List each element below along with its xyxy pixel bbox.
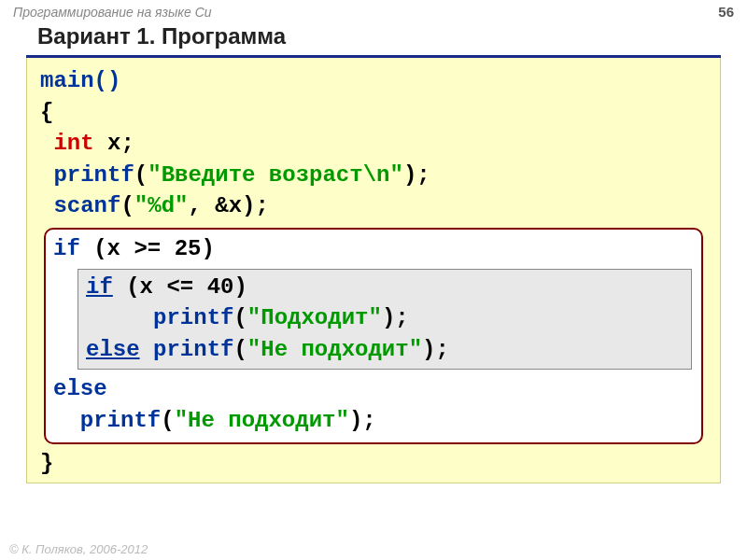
string: "Не подходит" — [247, 337, 422, 362]
code-block: main() { int x; printf("Введите возраст\… — [26, 58, 721, 483]
kw-main: main() — [40, 68, 120, 93]
string: "Подходит" — [247, 305, 382, 330]
code-line: printf("Введите возраст\n"); — [40, 160, 707, 191]
string: "%d" — [134, 193, 189, 218]
kw-printf: printf — [153, 305, 233, 330]
string: "Не подходит" — [175, 408, 349, 433]
code-line: int x; — [40, 128, 707, 160]
code-line: } — [40, 448, 707, 480]
code-line: if (x >= 25) — [53, 233, 692, 265]
string: "Введите возраст\n" — [148, 162, 403, 188]
kw-if: if — [86, 274, 113, 300]
code-line: scanf("%d", &x); — [40, 190, 707, 222]
inner-highlight-box: if (x <= 40) printf("Подходит"); else pr… — [78, 269, 692, 371]
code-line: else — [53, 373, 692, 405]
code-line: if (x <= 40) — [86, 272, 684, 303]
kw-else: else — [53, 376, 107, 401]
code-line: printf("Не подходит"); — [53, 405, 692, 437]
kw-else: else — [86, 337, 140, 362]
code-line: main() — [40, 65, 707, 97]
code-line: else printf("Не подходит"); — [86, 334, 684, 366]
kw-printf: printf — [53, 162, 134, 188]
slide-header: Программирование на языке Си 56 — [0, 0, 747, 21]
course-name: Программирование на языке Си — [13, 5, 212, 20]
outer-highlight-box: if (x >= 25) if (x <= 40) printf("Подход… — [44, 228, 703, 444]
kw-printf: printf — [80, 408, 161, 433]
kw-if: if — [53, 236, 80, 261]
page-number: 56 — [718, 4, 734, 20]
kw-int: int — [53, 131, 93, 156]
slide-title: Вариант 1. Программа — [0, 21, 747, 55]
code-line: printf("Подходит"); — [86, 302, 684, 334]
code-line: { — [40, 97, 707, 129]
kw-scanf: scanf — [53, 193, 120, 218]
kw-printf: printf — [153, 337, 233, 362]
footer-copyright: © К. Поляков, 2006-2012 — [9, 542, 148, 556]
